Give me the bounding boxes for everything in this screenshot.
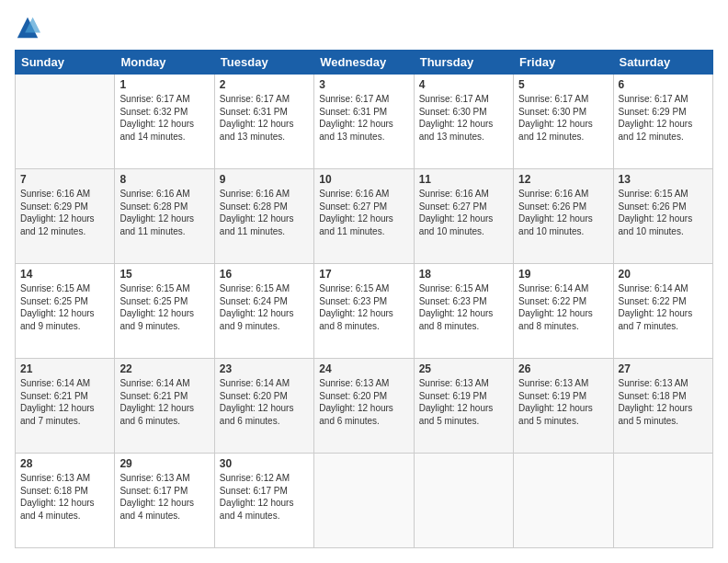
calendar-cell: 27Sunrise: 6:13 AM Sunset: 6:18 PM Dayli…: [613, 359, 712, 454]
day-number: 24: [319, 362, 408, 375]
day-number: 16: [220, 268, 309, 281]
calendar-cell: [514, 454, 613, 548]
calendar-table: SundayMondayTuesdayWednesdayThursdayFrid…: [15, 50, 713, 548]
day-info: Sunrise: 6:14 AM Sunset: 6:22 PM Dayligh…: [518, 282, 608, 332]
day-number: 29: [119, 457, 209, 470]
calendar-cell: 29Sunrise: 6:13 AM Sunset: 6:17 PM Dayli…: [115, 454, 214, 548]
week-row-3: 21Sunrise: 6:14 AM Sunset: 6:21 PM Dayli…: [16, 359, 713, 454]
day-info: Sunrise: 6:15 AM Sunset: 6:24 PM Dayligh…: [220, 282, 309, 332]
day-info: Sunrise: 6:15 AM Sunset: 6:25 PM Dayligh…: [20, 282, 109, 332]
logo-icon: [15, 15, 40, 40]
calendar-cell: 5Sunrise: 6:17 AM Sunset: 6:30 PM Daylig…: [514, 75, 613, 169]
day-number: 20: [619, 268, 708, 281]
calendar-cell: 22Sunrise: 6:14 AM Sunset: 6:21 PM Dayli…: [115, 359, 214, 454]
day-info: Sunrise: 6:17 AM Sunset: 6:31 PM Dayligh…: [220, 93, 309, 143]
day-number: 4: [419, 78, 508, 91]
calendar-cell: 1Sunrise: 6:17 AM Sunset: 6:32 PM Daylig…: [115, 75, 214, 169]
weekday-saturday: Saturday: [613, 51, 712, 75]
day-info: Sunrise: 6:17 AM Sunset: 6:32 PM Dayligh…: [119, 93, 209, 143]
calendar-cell: 11Sunrise: 6:16 AM Sunset: 6:27 PM Dayli…: [414, 169, 513, 264]
day-info: Sunrise: 6:16 AM Sunset: 6:28 PM Dayligh…: [220, 188, 309, 237]
calendar-cell: 28Sunrise: 6:13 AM Sunset: 6:18 PM Dayli…: [16, 454, 115, 548]
calendar-cell: 21Sunrise: 6:14 AM Sunset: 6:21 PM Dayli…: [16, 359, 115, 454]
day-number: 27: [619, 362, 708, 375]
calendar-cell: 7Sunrise: 6:16 AM Sunset: 6:29 PM Daylig…: [16, 169, 115, 264]
day-info: Sunrise: 6:17 AM Sunset: 6:30 PM Dayligh…: [518, 93, 608, 143]
day-number: 2: [220, 78, 309, 91]
calendar-cell: 12Sunrise: 6:16 AM Sunset: 6:26 PM Dayli…: [514, 169, 613, 264]
calendar-cell: 9Sunrise: 6:16 AM Sunset: 6:28 PM Daylig…: [214, 169, 313, 264]
calendar-cell: [613, 454, 712, 548]
calendar-cell: 13Sunrise: 6:15 AM Sunset: 6:26 PM Dayli…: [613, 169, 712, 264]
day-info: Sunrise: 6:15 AM Sunset: 6:25 PM Dayligh…: [119, 282, 209, 332]
day-number: 11: [419, 173, 508, 186]
day-number: 9: [220, 173, 309, 186]
day-info: Sunrise: 6:13 AM Sunset: 6:18 PM Dayligh…: [20, 472, 109, 522]
day-number: 18: [419, 268, 508, 281]
day-number: 14: [20, 268, 109, 281]
day-info: Sunrise: 6:16 AM Sunset: 6:26 PM Dayligh…: [518, 188, 608, 237]
day-info: Sunrise: 6:15 AM Sunset: 6:23 PM Dayligh…: [319, 282, 408, 332]
calendar-cell: [414, 454, 513, 548]
calendar-cell: 3Sunrise: 6:17 AM Sunset: 6:31 PM Daylig…: [314, 75, 414, 169]
day-info: Sunrise: 6:14 AM Sunset: 6:22 PM Dayligh…: [619, 282, 708, 332]
day-number: 13: [619, 173, 708, 186]
calendar-cell: 19Sunrise: 6:14 AM Sunset: 6:22 PM Dayli…: [514, 264, 613, 359]
week-row-1: 7Sunrise: 6:16 AM Sunset: 6:29 PM Daylig…: [16, 169, 713, 264]
day-info: Sunrise: 6:14 AM Sunset: 6:21 PM Dayligh…: [20, 377, 109, 427]
day-info: Sunrise: 6:15 AM Sunset: 6:23 PM Dayligh…: [419, 282, 508, 332]
day-info: Sunrise: 6:13 AM Sunset: 6:19 PM Dayligh…: [518, 377, 608, 427]
weekday-friday: Friday: [514, 51, 613, 75]
day-number: 23: [220, 362, 309, 375]
day-info: Sunrise: 6:15 AM Sunset: 6:26 PM Dayligh…: [619, 188, 708, 237]
week-row-2: 14Sunrise: 6:15 AM Sunset: 6:25 PM Dayli…: [16, 264, 713, 359]
day-number: 17: [319, 268, 408, 281]
day-number: 15: [119, 268, 209, 281]
day-info: Sunrise: 6:14 AM Sunset: 6:20 PM Dayligh…: [220, 377, 309, 427]
week-row-0: 1Sunrise: 6:17 AM Sunset: 6:32 PM Daylig…: [16, 75, 713, 169]
weekday-sunday: Sunday: [16, 51, 115, 75]
calendar-cell: 26Sunrise: 6:13 AM Sunset: 6:19 PM Dayli…: [514, 359, 613, 454]
weekday-header-row: SundayMondayTuesdayWednesdayThursdayFrid…: [16, 51, 713, 75]
day-number: 5: [518, 78, 608, 91]
calendar-cell: 25Sunrise: 6:13 AM Sunset: 6:19 PM Dayli…: [414, 359, 513, 454]
calendar-cell: 8Sunrise: 6:16 AM Sunset: 6:28 PM Daylig…: [115, 169, 214, 264]
day-number: 22: [119, 362, 209, 375]
day-info: Sunrise: 6:16 AM Sunset: 6:27 PM Dayligh…: [319, 188, 408, 237]
day-number: 21: [20, 362, 109, 375]
header: [15, 15, 713, 40]
calendar-cell: [314, 454, 414, 548]
day-info: Sunrise: 6:13 AM Sunset: 6:20 PM Dayligh…: [319, 377, 408, 427]
day-number: 12: [518, 173, 608, 186]
day-number: 7: [20, 173, 109, 186]
day-info: Sunrise: 6:14 AM Sunset: 6:21 PM Dayligh…: [119, 377, 209, 427]
weekday-wednesday: Wednesday: [314, 51, 414, 75]
calendar-cell: 6Sunrise: 6:17 AM Sunset: 6:29 PM Daylig…: [613, 75, 712, 169]
calendar-cell: 17Sunrise: 6:15 AM Sunset: 6:23 PM Dayli…: [314, 264, 414, 359]
calendar-cell: 30Sunrise: 6:12 AM Sunset: 6:17 PM Dayli…: [214, 454, 313, 548]
calendar-cell: 10Sunrise: 6:16 AM Sunset: 6:27 PM Dayli…: [314, 169, 414, 264]
weekday-monday: Monday: [115, 51, 214, 75]
calendar-cell: 15Sunrise: 6:15 AM Sunset: 6:25 PM Dayli…: [115, 264, 214, 359]
day-number: 10: [319, 173, 408, 186]
calendar-cell: 14Sunrise: 6:15 AM Sunset: 6:25 PM Dayli…: [16, 264, 115, 359]
week-row-4: 28Sunrise: 6:13 AM Sunset: 6:18 PM Dayli…: [16, 454, 713, 548]
day-info: Sunrise: 6:16 AM Sunset: 6:27 PM Dayligh…: [419, 188, 508, 237]
day-info: Sunrise: 6:13 AM Sunset: 6:19 PM Dayligh…: [419, 377, 508, 427]
day-number: 6: [619, 78, 708, 91]
weekday-tuesday: Tuesday: [214, 51, 313, 75]
page: SundayMondayTuesdayWednesdayThursdayFrid…: [0, 0, 728, 563]
calendar-cell: [16, 75, 115, 169]
day-number: 28: [20, 457, 109, 470]
day-number: 30: [220, 457, 309, 470]
calendar-cell: 24Sunrise: 6:13 AM Sunset: 6:20 PM Dayli…: [314, 359, 414, 454]
day-number: 26: [518, 362, 608, 375]
calendar-cell: 4Sunrise: 6:17 AM Sunset: 6:30 PM Daylig…: [414, 75, 513, 169]
calendar-cell: 16Sunrise: 6:15 AM Sunset: 6:24 PM Dayli…: [214, 264, 313, 359]
day-info: Sunrise: 6:17 AM Sunset: 6:29 PM Dayligh…: [619, 93, 708, 143]
calendar-cell: 23Sunrise: 6:14 AM Sunset: 6:20 PM Dayli…: [214, 359, 313, 454]
day-info: Sunrise: 6:17 AM Sunset: 6:31 PM Dayligh…: [319, 93, 408, 143]
calendar-cell: 20Sunrise: 6:14 AM Sunset: 6:22 PM Dayli…: [613, 264, 712, 359]
day-number: 19: [518, 268, 608, 281]
calendar-cell: 2Sunrise: 6:17 AM Sunset: 6:31 PM Daylig…: [214, 75, 313, 169]
